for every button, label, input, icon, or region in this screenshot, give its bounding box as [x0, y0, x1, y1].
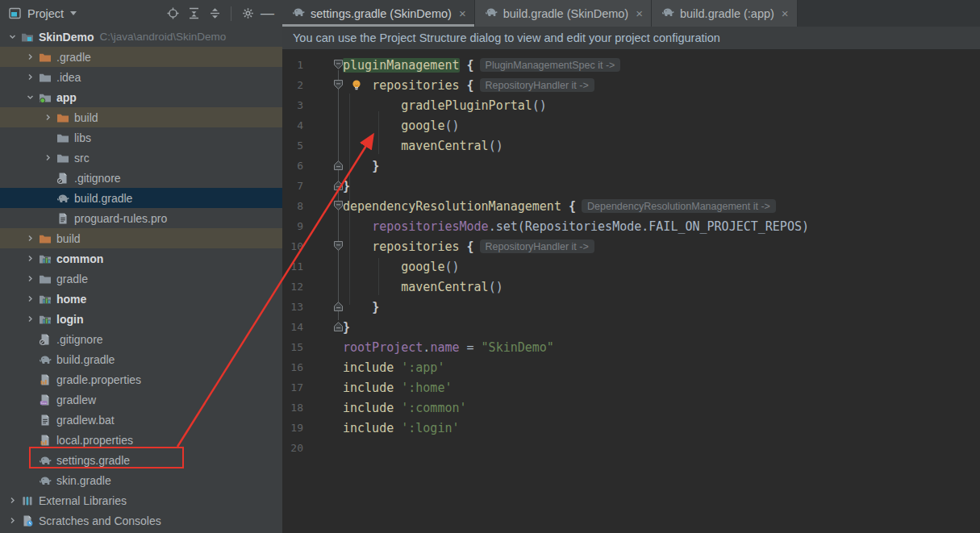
tree-row-proguard-rules.pro[interactable]: proguard-rules.pro — [0, 208, 282, 228]
gutter[interactable] — [303, 135, 343, 156]
chevron-collapsed-icon[interactable] — [21, 309, 39, 329]
gutter[interactable] — [303, 115, 343, 135]
close-icon[interactable]: × — [459, 6, 466, 20]
gutter[interactable] — [303, 418, 343, 438]
gear-icon[interactable] — [240, 6, 256, 22]
code-text[interactable]: } — [343, 179, 350, 194]
tree-row-libs[interactable]: libs — [0, 127, 282, 148]
chevron-collapsed-icon[interactable] — [21, 47, 39, 67]
close-icon[interactable]: × — [782, 6, 789, 20]
gutter[interactable] — [303, 95, 343, 115]
tree-row-build[interactable]: build — [0, 107, 282, 127]
gutter[interactable] — [303, 277, 343, 297]
code-text[interactable]: dependencyResolutionManagement {Dependen… — [343, 199, 776, 214]
chevron-collapsed-icon[interactable] — [39, 107, 56, 127]
chevron-collapsed-icon[interactable] — [39, 148, 56, 168]
tree-row-login[interactable]: login — [0, 309, 282, 329]
gutter[interactable] — [303, 236, 343, 256]
tree-row-scratches-and-consoles[interactable]: Scratches and Consoles — [0, 510, 282, 531]
gutter[interactable] — [303, 75, 343, 95]
gutter[interactable] — [303, 438, 343, 458]
code-text[interactable]: include ':home' — [343, 381, 452, 395]
tree-row-settings.gradle[interactable]: settings.gradle — [0, 450, 282, 470]
gutter[interactable] — [303, 176, 343, 196]
tab-build.gradle-skindemo-[interactable]: build.gradle (SkinDemo)× — [475, 0, 652, 27]
tree-row-.gitignore[interactable]: .gitignore — [0, 329, 282, 349]
code-text[interactable]: pluginManagement {PluginManagementSpec i… — [343, 58, 620, 73]
chevron-down-icon[interactable] — [70, 11, 77, 15]
tree-row-skindemo[interactable]: SkinDemoC:\java\android\SkinDemo — [0, 27, 282, 47]
fold-collapse-icon[interactable] — [333, 79, 344, 94]
gutter[interactable] — [303, 337, 343, 357]
code-text[interactable]: google() — [343, 260, 460, 274]
code-text[interactable]: repositoriesMode.set(RepositoriesMode.FA… — [343, 219, 809, 234]
intention-bulb-icon[interactable] — [350, 78, 363, 95]
locate-file-icon[interactable] — [165, 6, 181, 22]
hide-panel-icon[interactable]: — — [261, 6, 274, 20]
tree-row-skin.gradle[interactable]: skin.gradle — [0, 470, 282, 490]
fold-end-icon[interactable] — [333, 180, 344, 194]
chevron-collapsed-icon[interactable] — [21, 269, 39, 289]
tree-row-src[interactable]: src — [0, 148, 282, 168]
notification-banner[interactable]: You can use the Project Structure dialog… — [282, 27, 980, 50]
tab-settings.gradle-skindemo-[interactable]: settings.gradle (SkinDemo)× — [282, 0, 475, 27]
expand-all-icon[interactable] — [186, 6, 202, 22]
tree-row-.gradle[interactable]: .gradle — [0, 47, 282, 67]
tab-build.gradle-app-[interactable]: build.gradle (:app)× — [652, 0, 798, 27]
tree-row-common[interactable]: common — [0, 248, 282, 269]
fold-collapse-icon[interactable] — [333, 240, 344, 255]
chevron-collapsed-icon[interactable] — [21, 228, 39, 248]
gutter[interactable] — [303, 357, 343, 377]
gutter[interactable] — [303, 377, 343, 398]
code-text[interactable]: include ':app' — [343, 360, 444, 375]
code-text[interactable]: } — [343, 300, 379, 314]
fold-collapse-icon[interactable] — [333, 59, 344, 73]
gutter[interactable] — [303, 156, 343, 176]
code-text[interactable]: include ':login' — [343, 421, 460, 435]
code-text[interactable]: mavenCentral() — [343, 280, 503, 294]
tree-row-home[interactable]: home — [0, 289, 282, 309]
gutter[interactable] — [303, 256, 343, 277]
tree-row-build.gradle[interactable]: build.gradle — [0, 188, 282, 208]
gutter[interactable] — [303, 297, 343, 317]
collapse-all-icon[interactable] — [206, 6, 223, 22]
project-panel-title[interactable]: Project — [27, 7, 64, 20]
fold-end-icon[interactable] — [333, 321, 344, 335]
tree-row-gradlew.bat[interactable]: gradlew.bat — [0, 410, 282, 430]
gutter[interactable] — [303, 55, 343, 75]
code-text[interactable]: mavenCentral() — [343, 139, 503, 153]
chevron-collapsed-icon[interactable] — [21, 289, 39, 309]
tree-row-local.properties[interactable]: local.properties — [0, 430, 282, 450]
code-text[interactable]: google() — [343, 119, 460, 133]
fold-end-icon[interactable] — [333, 160, 344, 174]
fold-end-icon[interactable] — [333, 301, 344, 315]
code-text[interactable]: } — [343, 320, 350, 335]
chevron-collapsed-icon[interactable] — [3, 510, 21, 531]
chevron-expanded-icon[interactable] — [3, 27, 21, 47]
close-icon[interactable]: × — [636, 6, 643, 20]
tree-row-gradle[interactable]: gradle — [0, 269, 282, 289]
gutter[interactable] — [303, 317, 343, 337]
code-text[interactable]: include ':common' — [343, 401, 467, 415]
chevron-collapsed-icon[interactable] — [3, 490, 21, 510]
tree-row-app[interactable]: app — [0, 87, 282, 107]
code-text[interactable]: rootProject.name = "SkinDemo" — [343, 340, 554, 355]
tree-row-.gitignore[interactable]: .gitignore — [0, 168, 282, 188]
chevron-expanded-icon[interactable] — [21, 87, 39, 107]
chevron-collapsed-icon[interactable] — [21, 248, 39, 269]
tree-row-gradlew[interactable]: C++gradlew — [0, 389, 282, 410]
chevron-collapsed-icon[interactable] — [21, 67, 39, 87]
tree-row-build.gradle[interactable]: build.gradle — [0, 349, 282, 369]
code-text[interactable]: repositories {RepositoryHandler it -> — [343, 78, 594, 93]
gutter[interactable] — [303, 398, 343, 418]
code-editor[interactable]: 1pluginManagement {PluginManagementSpec … — [282, 50, 980, 533]
gutter[interactable] — [303, 196, 343, 216]
code-text[interactable]: repositories {RepositoryHandler it -> — [343, 239, 594, 254]
tree-row-gradle.properties[interactable]: gradle.properties — [0, 369, 282, 389]
gutter[interactable] — [303, 216, 343, 236]
tree-row-external-libraries[interactable]: External Libraries — [0, 490, 282, 510]
code-text[interactable]: gradlePluginPortal() — [343, 98, 547, 113]
tree-row-.idea[interactable]: .idea — [0, 67, 282, 87]
code-text[interactable]: } — [343, 159, 379, 173]
fold-collapse-icon[interactable] — [333, 200, 344, 214]
